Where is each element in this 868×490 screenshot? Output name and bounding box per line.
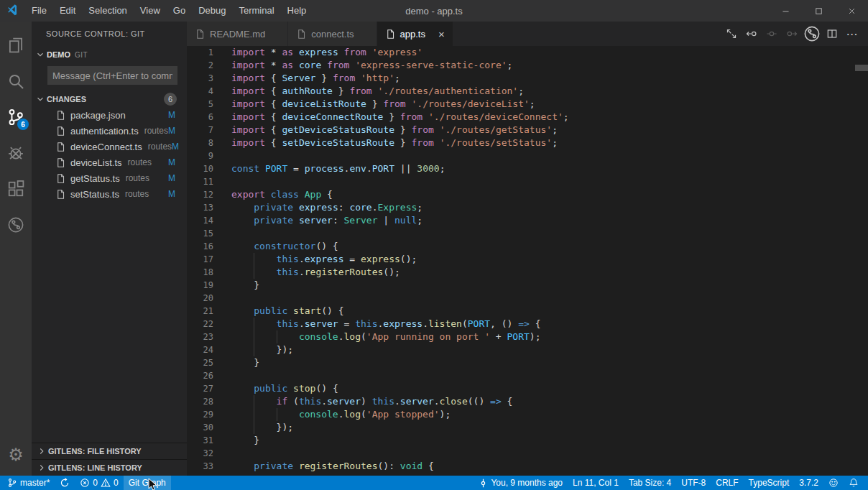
menu-item-view[interactable]: View (134, 0, 167, 22)
menu-item-help[interactable]: Help (281, 0, 313, 22)
menu-item-selection[interactable]: Selection (82, 0, 133, 22)
panel-gitlens-file-history[interactable]: GITLENS: FILE HISTORY (32, 443, 187, 459)
search-icon (7, 73, 25, 91)
changed-file-row[interactable]: authentication.tsroutesM (32, 123, 187, 139)
close-window-button[interactable] (835, 0, 868, 22)
statusbar-encoding[interactable]: UTF-8 (676, 476, 711, 490)
code-line: 7import { getDeviceStatusRoute } from '.… (187, 124, 868, 137)
chevron-right-icon (37, 463, 47, 473)
line-number: 28 (187, 395, 231, 408)
menu-item-debug[interactable]: Debug (192, 0, 232, 22)
statusbar-notifications[interactable] (844, 476, 864, 490)
repo-type: GIT (75, 51, 88, 59)
commit-icon (479, 479, 488, 488)
repo-section-header[interactable]: DEMO GIT (32, 47, 187, 63)
maximize-button[interactable] (802, 0, 835, 22)
file-icon (55, 189, 66, 200)
activitybar-source-control[interactable]: 6 (0, 99, 32, 135)
activitybar-explorer[interactable] (0, 27, 32, 63)
close-icon[interactable]: × (438, 29, 445, 40)
activitybar-debug[interactable] (0, 135, 32, 171)
action-previous-change[interactable] (743, 25, 760, 42)
tab-bar: README.mdconnect.tsapp.ts× ⋯ (187, 22, 868, 46)
line-number: 32 (187, 447, 231, 460)
menu-item-file[interactable]: File (25, 0, 53, 22)
activity-bar: 6⚙ (0, 22, 32, 476)
editor-group: README.mdconnect.tsapp.ts× ⋯ 1import * a… (187, 22, 868, 476)
win-close-icon (847, 6, 857, 16)
menu-item-go[interactable]: Go (167, 0, 192, 22)
statusbar-branch-indicator[interactable]: master* (2, 476, 55, 490)
code-line: 3import { Server } from 'http'; (187, 72, 868, 85)
menu-bar: FileEditSelectionViewGoDebugTerminalHelp (25, 0, 313, 22)
changes-label: CHANGES (47, 95, 86, 103)
smiley-icon (828, 478, 839, 488)
statusbar-text: CRLF (716, 478, 738, 488)
action-compare-marker[interactable] (763, 25, 780, 42)
action-more-actions[interactable]: ⋯ (844, 25, 861, 42)
line-number: 30 (187, 421, 231, 434)
tab-README.md[interactable]: README.md (187, 22, 288, 46)
changed-file-row[interactable]: package.jsonM (32, 107, 187, 123)
tab-app.ts[interactable]: app.ts× (377, 22, 453, 46)
statusbar-cursor-position[interactable]: Ln 11, Col 1 (568, 476, 624, 490)
action-view-git-graph[interactable] (803, 25, 821, 42)
modified-badge: M (168, 157, 175, 167)
tab-label: connect.ts (311, 29, 354, 40)
code-line: 11 (187, 175, 868, 188)
changed-file-row[interactable]: deviceConnect.tsroutesM (32, 139, 187, 154)
statusbar-problems[interactable]: 00 (75, 476, 123, 490)
split-icon (826, 28, 838, 40)
code-line: 22 this.server = this.express.listen(POR… (187, 318, 868, 330)
statusbar-sync-changes[interactable] (55, 476, 75, 490)
statusbar-ts-version[interactable]: 3.7.2 (794, 476, 823, 490)
line-number: 9 (187, 149, 231, 162)
statusbar-indentation[interactable]: Tab Size: 4 (624, 476, 676, 490)
tab-label: README.md (210, 29, 265, 40)
line-number: 3 (187, 72, 231, 85)
activitybar-search[interactable] (0, 63, 32, 99)
branch-icon (7, 478, 17, 488)
modified-badge: M (168, 189, 175, 199)
line-number: 23 (187, 330, 231, 343)
statusbar-language-mode[interactable]: TypeScript (744, 476, 795, 490)
statusbar-feedback[interactable] (823, 476, 844, 490)
code-line: 23 console.log('App running on port ' + … (187, 330, 868, 343)
changed-file-row[interactable]: deviceList.tsroutesM (32, 154, 187, 170)
action-next-change[interactable] (783, 25, 800, 42)
action-open-changes[interactable] (723, 25, 740, 42)
statusbar-git-graph[interactable]: Git Graph (124, 476, 171, 490)
editor-scrollbar[interactable] (855, 65, 868, 71)
activitybar-manage[interactable]: ⚙ (0, 437, 32, 473)
code-editor[interactable]: 1import * as express from 'express'2impo… (187, 46, 868, 476)
action-split-editor[interactable] (823, 25, 841, 42)
activitybar-extensions[interactable] (0, 171, 32, 207)
statusbar-gitlens-blame[interactable]: You, 9 months ago (474, 476, 568, 490)
activitybar-git-graph-view[interactable] (0, 207, 32, 243)
menu-item-edit[interactable]: Edit (53, 0, 82, 22)
menu-item-terminal[interactable]: Terminal (232, 0, 280, 22)
panel-gitlens-line-history[interactable]: GITLENS: LINE HISTORY (32, 459, 187, 476)
tab-connect.ts[interactable]: connect.ts (288, 22, 377, 46)
bell-icon (849, 478, 859, 488)
commit-message-input[interactable] (47, 66, 177, 85)
code-line: 12export class App { (187, 188, 868, 201)
gear-icon: ⚙ (8, 446, 24, 463)
code-line: 19 } (187, 279, 868, 292)
scm-badge: 6 (17, 119, 29, 130)
modified-badge: M (168, 110, 175, 120)
sync-icon (60, 478, 70, 488)
changed-file-row[interactable]: setStatus.tsroutesM (32, 186, 187, 202)
line-number: 16 (187, 240, 231, 253)
sidebar-title: SOURCE CONTROL: GIT (32, 22, 187, 47)
file-icon (195, 29, 206, 40)
files-icon (6, 36, 25, 55)
statusbar-eol[interactable]: CRLF (711, 476, 743, 490)
changes-section-header[interactable]: CHANGES 6 (32, 91, 187, 107)
code-line: 28 if (this.server) this.server.close(()… (187, 395, 868, 408)
changed-file-row[interactable]: getStatus.tsroutesM (32, 170, 187, 186)
circle-dash-icon (766, 28, 777, 40)
minimize-button[interactable] (769, 0, 802, 22)
line-number: 31 (187, 434, 231, 447)
file-icon (55, 157, 66, 168)
